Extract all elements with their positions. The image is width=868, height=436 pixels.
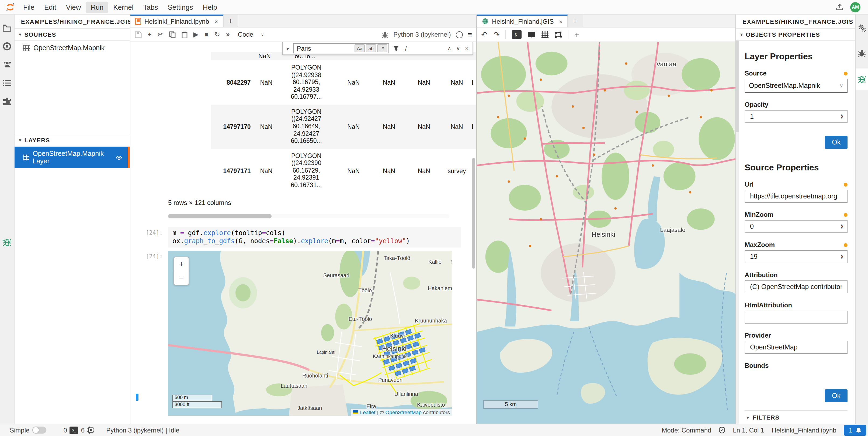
cut-cell-icon[interactable]: ✂ <box>158 31 163 38</box>
horizontal-scrollbar[interactable] <box>168 214 450 219</box>
menu-edit[interactable]: Edit <box>39 1 61 13</box>
menu-help[interactable]: Help <box>198 1 222 13</box>
caret-down-icon: ▾ <box>19 138 22 143</box>
whole-word-button[interactable]: ab <box>366 44 376 52</box>
cursor-position[interactable]: Ln 1, Col 1 <box>733 426 764 434</box>
toolbar-overflow-menu-icon[interactable]: ≡ <box>468 30 472 39</box>
filter-icon[interactable] <box>393 45 399 52</box>
number-stepper[interactable]: ∧∨ <box>840 224 843 229</box>
provider-input[interactable] <box>749 343 843 352</box>
code-cell[interactable]: [24]: m = gdf.explore(tooltip=cols) ox.g… <box>130 227 476 248</box>
code-editor[interactable]: m = gdf.explore(tooltip=cols) ox.graph_t… <box>168 227 461 248</box>
interrupt-kernel-icon[interactable]: ■ <box>205 31 209 38</box>
share-icon[interactable] <box>836 3 844 11</box>
kernel-status-icon[interactable] <box>456 31 463 38</box>
kernels-count[interactable]: 6 <box>81 426 85 434</box>
basemap-book-icon[interactable] <box>528 31 536 38</box>
kernel-name[interactable]: Python 3 (ipykernel) <box>393 31 451 38</box>
tab-notebook[interactable]: Helsinki_Finland.ipynb × <box>130 14 223 27</box>
minzoom-input[interactable] <box>749 222 840 231</box>
vector-polygon-icon[interactable] <box>555 31 562 38</box>
simple-mode-toggle[interactable] <box>32 427 46 434</box>
copyright-symbol: © <box>380 410 384 415</box>
new-tab-button[interactable]: + <box>223 14 238 27</box>
opacity-input[interactable] <box>749 112 840 121</box>
debugger-bug-icon[interactable] <box>381 31 389 38</box>
url-input[interactable] <box>749 192 843 201</box>
tab-close-icon[interactable]: × <box>559 18 562 25</box>
console-icon[interactable]: $_ <box>512 30 522 39</box>
running-kernels-icon[interactable] <box>0 37 14 56</box>
menu-run[interactable]: Run <box>86 1 108 13</box>
horizontal-scrollbar-thumb[interactable] <box>168 214 272 219</box>
jupytergis-panel-icon[interactable] <box>0 233 14 252</box>
file-browser-icon[interactable] <box>0 19 14 37</box>
match-case-button[interactable]: Aa <box>354 44 365 52</box>
tab-jgis[interactable]: Helsinki_Finland.jGIS × <box>477 14 568 27</box>
number-stepper[interactable]: ∧∨ <box>840 254 843 259</box>
layers-section-header[interactable]: ▾ LAYERS <box>14 134 130 147</box>
attribution-input[interactable] <box>749 283 843 291</box>
menu-kernel[interactable]: Kernel <box>108 1 138 13</box>
source-item-openstreetmap[interactable]: OpenStreetMap.Mapnik <box>14 41 130 55</box>
right-sidebar-scrollbar[interactable] <box>736 40 739 424</box>
jupytergis-properties-icon[interactable] <box>856 68 868 90</box>
search-expand-icon[interactable]: ▸ <box>287 45 289 51</box>
filters-section-header[interactable]: ▸ FILTERS <box>745 410 847 424</box>
menu-settings[interactable]: Settings <box>163 1 198 13</box>
layer-item-openstreetmap[interactable]: OpenStreetMap.Mapnik Layer <box>14 147 130 168</box>
save-icon[interactable] <box>135 31 142 38</box>
collaboration-users-icon[interactable] <box>0 56 14 74</box>
table-of-contents-icon[interactable] <box>0 74 14 92</box>
insert-cell-icon[interactable]: + <box>148 31 152 38</box>
maxzoom-input[interactable] <box>749 252 840 261</box>
user-avatar[interactable]: AM <box>850 2 861 12</box>
restart-run-all-icon[interactable]: » <box>226 31 230 38</box>
menu-file[interactable]: File <box>18 1 39 13</box>
jgis-map[interactable]: VantaaHelsinkiLaajasalo 5 km <box>477 42 736 424</box>
objects-properties-header[interactable]: ▾ OBJECTS PROPERTIES <box>736 29 855 41</box>
map-label: Ullanlinna <box>394 391 418 397</box>
raster-layer-icon[interactable] <box>542 31 549 38</box>
kernel-status-text[interactable]: Python 3 (ipykernel) | Idle <box>106 426 179 434</box>
menu-tabs[interactable]: Tabs <box>138 1 163 13</box>
search-input[interactable] <box>296 45 354 52</box>
paste-cell-icon[interactable] <box>182 31 187 38</box>
statusbar-filename[interactable]: Helsinki_Finland.ipynb <box>772 426 836 434</box>
redo-icon[interactable]: ↷ <box>493 31 499 38</box>
undo-icon[interactable]: ↶ <box>481 31 487 38</box>
layer-ok-button[interactable]: Ok <box>825 136 847 149</box>
zoom-in-button[interactable]: + <box>174 258 189 271</box>
leaflet-map-output[interactable]: + − SeurasaariTaka-TöölöKallioSörnTöölöH… <box>168 251 452 416</box>
layer-visibility-eye-icon[interactable] <box>116 155 122 160</box>
search-prev-icon[interactable]: ∧ <box>447 45 452 51</box>
cell-type-dropdown[interactable]: Code ∨ <box>238 31 264 38</box>
extensions-puzzle-icon[interactable] <box>0 92 14 111</box>
number-stepper[interactable]: ∧∨ <box>840 114 843 119</box>
zoom-out-button[interactable]: − <box>174 271 189 285</box>
search-close-icon[interactable]: × <box>465 45 469 52</box>
source-ok-button[interactable]: Ok <box>825 389 847 402</box>
vertical-scrollbar-thumb[interactable] <box>472 158 475 268</box>
osm-link[interactable]: OpenStreetMap <box>385 410 422 415</box>
notifications-badge[interactable]: 1 <box>844 425 866 435</box>
terminals-count[interactable]: 0 <box>63 426 67 434</box>
copy-cell-icon[interactable] <box>169 31 176 38</box>
tab-close-icon[interactable]: × <box>214 18 218 25</box>
sources-section-header[interactable]: ▾ SOURCES <box>14 29 130 41</box>
source-select[interactable]: OpenStreetMap.Mapnik ∨ <box>745 79 847 93</box>
debugger-panel-bug-icon[interactable] <box>855 44 868 62</box>
property-inspector-icon[interactable] <box>855 19 868 37</box>
run-cell-icon[interactable]: ▶ <box>193 31 198 38</box>
active-cell-indicator[interactable] <box>136 394 138 401</box>
trust-shield-icon[interactable] <box>719 427 725 434</box>
leaflet-link[interactable]: Leaflet <box>360 410 376 415</box>
regex-button[interactable]: .* <box>377 44 388 52</box>
htmlattribution-input[interactable] <box>749 313 843 321</box>
menu-view[interactable]: View <box>61 1 86 13</box>
add-layer-icon[interactable]: + <box>575 31 579 38</box>
new-tab-button[interactable]: + <box>568 14 583 27</box>
restart-kernel-icon[interactable]: ↻ <box>214 31 220 38</box>
notebook-mode[interactable]: Mode: Command <box>662 426 711 434</box>
search-next-icon[interactable]: ∨ <box>456 45 460 51</box>
